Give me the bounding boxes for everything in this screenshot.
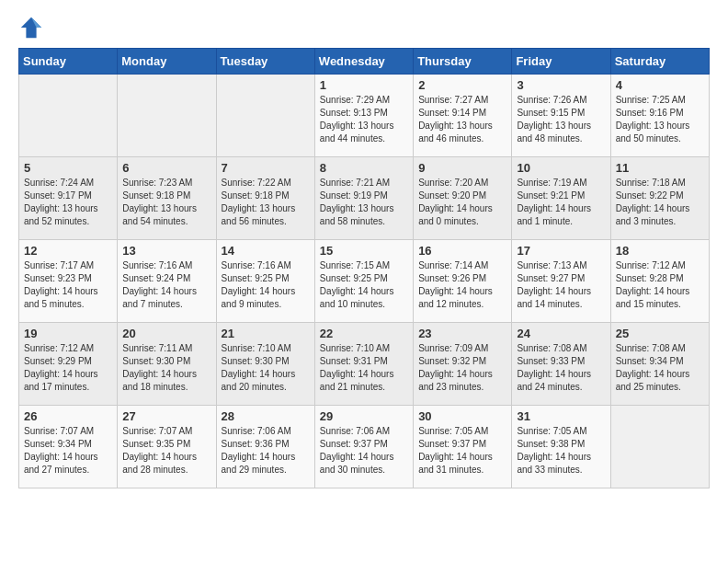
day-number: 7: [222, 161, 310, 175]
day-cell: [216, 75, 314, 157]
day-cell: 25Sunrise: 7:08 AM Sunset: 9:34 PM Dayli…: [610, 323, 709, 406]
day-info: Sunrise: 7:17 AM Sunset: 9:23 PM Dayligh…: [24, 260, 98, 309]
week-row-3: 12Sunrise: 7:17 AM Sunset: 9:23 PM Dayli…: [19, 240, 710, 323]
day-cell: 7Sunrise: 7:22 AM Sunset: 9:18 PM Daylig…: [216, 157, 314, 240]
day-info: Sunrise: 7:20 AM Sunset: 9:20 PM Dayligh…: [418, 178, 493, 226]
day-number: 18: [616, 244, 704, 258]
day-cell: 29Sunrise: 7:06 AM Sunset: 9:37 PM Dayli…: [314, 406, 413, 488]
day-info: Sunrise: 7:18 AM Sunset: 9:22 PM Dayligh…: [616, 178, 690, 226]
day-cell: 14Sunrise: 7:16 AM Sunset: 9:25 PM Dayli…: [216, 240, 314, 323]
column-header-monday: Monday: [118, 49, 216, 75]
day-cell: 1Sunrise: 7:29 AM Sunset: 9:13 PM Daylig…: [314, 75, 413, 157]
day-number: 10: [517, 161, 605, 175]
day-number: 15: [320, 244, 408, 258]
day-cell: 11Sunrise: 7:18 AM Sunset: 9:22 PM Dayli…: [610, 157, 709, 240]
day-info: Sunrise: 7:12 AM Sunset: 9:29 PM Dayligh…: [24, 343, 98, 392]
day-cell: 19Sunrise: 7:12 AM Sunset: 9:29 PM Dayli…: [19, 323, 118, 406]
day-info: Sunrise: 7:22 AM Sunset: 9:18 PM Dayligh…: [222, 178, 296, 226]
column-header-tuesday: Tuesday: [216, 49, 314, 75]
day-number: 29: [320, 409, 408, 423]
day-number: 24: [517, 327, 605, 340]
day-cell: 23Sunrise: 7:09 AM Sunset: 9:32 PM Dayli…: [414, 323, 512, 406]
day-info: Sunrise: 7:05 AM Sunset: 9:38 PM Dayligh…: [517, 426, 591, 475]
day-cell: 30Sunrise: 7:05 AM Sunset: 9:37 PM Dayli…: [414, 406, 512, 488]
day-cell: 15Sunrise: 7:15 AM Sunset: 9:25 PM Dayli…: [314, 240, 413, 323]
day-number: 6: [122, 161, 210, 175]
day-info: Sunrise: 7:24 AM Sunset: 9:17 PM Dayligh…: [24, 178, 98, 226]
day-info: Sunrise: 7:26 AM Sunset: 9:15 PM Dayligh…: [517, 95, 591, 144]
day-number: 31: [517, 409, 605, 423]
day-cell: [610, 406, 709, 488]
day-info: Sunrise: 7:13 AM Sunset: 9:27 PM Dayligh…: [517, 260, 591, 309]
day-number: 23: [418, 327, 506, 340]
day-info: Sunrise: 7:16 AM Sunset: 9:24 PM Dayligh…: [122, 260, 197, 309]
day-number: 2: [418, 78, 506, 92]
day-cell: 3Sunrise: 7:26 AM Sunset: 9:15 PM Daylig…: [512, 75, 610, 157]
day-cell: 8Sunrise: 7:21 AM Sunset: 9:19 PM Daylig…: [314, 157, 413, 240]
day-number: 27: [122, 409, 210, 423]
day-number: 17: [517, 244, 605, 258]
day-info: Sunrise: 7:07 AM Sunset: 9:35 PM Dayligh…: [122, 426, 197, 475]
logo: [18, 15, 48, 40]
day-cell: 6Sunrise: 7:23 AM Sunset: 9:18 PM Daylig…: [118, 157, 216, 240]
day-number: 14: [222, 244, 310, 258]
day-info: Sunrise: 7:06 AM Sunset: 9:36 PM Dayligh…: [222, 426, 296, 475]
day-number: 30: [418, 409, 506, 423]
day-number: 13: [122, 244, 210, 258]
day-number: 21: [222, 327, 310, 340]
day-number: 11: [616, 161, 704, 175]
day-info: Sunrise: 7:25 AM Sunset: 9:16 PM Dayligh…: [616, 95, 690, 144]
day-number: 1: [320, 78, 408, 92]
week-row-1: 1Sunrise: 7:29 AM Sunset: 9:13 PM Daylig…: [19, 75, 710, 157]
day-cell: 16Sunrise: 7:14 AM Sunset: 9:26 PM Dayli…: [414, 240, 512, 323]
day-number: 8: [320, 161, 408, 175]
column-header-sunday: Sunday: [19, 49, 118, 75]
day-cell: 13Sunrise: 7:16 AM Sunset: 9:24 PM Dayli…: [118, 240, 216, 323]
day-info: Sunrise: 7:16 AM Sunset: 9:25 PM Dayligh…: [222, 260, 296, 309]
day-info: Sunrise: 7:08 AM Sunset: 9:33 PM Dayligh…: [517, 343, 591, 392]
week-row-5: 26Sunrise: 7:07 AM Sunset: 9:34 PM Dayli…: [19, 406, 710, 488]
day-cell: [19, 75, 118, 157]
calendar-page: SundayMondayTuesdayWednesdayThursdayFrid…: [0, 0, 728, 503]
week-row-4: 19Sunrise: 7:12 AM Sunset: 9:29 PM Dayli…: [19, 323, 710, 406]
day-number: 19: [24, 327, 112, 340]
day-info: Sunrise: 7:29 AM Sunset: 9:13 PM Dayligh…: [320, 95, 394, 144]
day-number: 5: [24, 161, 112, 175]
day-cell: 5Sunrise: 7:24 AM Sunset: 9:17 PM Daylig…: [19, 157, 118, 240]
day-cell: 26Sunrise: 7:07 AM Sunset: 9:34 PM Dayli…: [19, 406, 118, 488]
day-cell: 31Sunrise: 7:05 AM Sunset: 9:38 PM Dayli…: [512, 406, 610, 488]
column-header-wednesday: Wednesday: [314, 49, 413, 75]
day-cell: 21Sunrise: 7:10 AM Sunset: 9:30 PM Dayli…: [216, 323, 314, 406]
column-header-friday: Friday: [512, 49, 610, 75]
day-number: 22: [320, 327, 408, 340]
day-info: Sunrise: 7:10 AM Sunset: 9:30 PM Dayligh…: [222, 343, 296, 392]
day-info: Sunrise: 7:11 AM Sunset: 9:30 PM Dayligh…: [122, 343, 197, 392]
day-info: Sunrise: 7:15 AM Sunset: 9:25 PM Dayligh…: [320, 260, 394, 309]
logo-icon: [18, 15, 44, 40]
day-info: Sunrise: 7:23 AM Sunset: 9:18 PM Dayligh…: [122, 178, 197, 226]
day-info: Sunrise: 7:14 AM Sunset: 9:26 PM Dayligh…: [418, 260, 493, 309]
day-info: Sunrise: 7:07 AM Sunset: 9:34 PM Dayligh…: [24, 426, 98, 475]
day-info: Sunrise: 7:08 AM Sunset: 9:34 PM Dayligh…: [616, 343, 690, 392]
day-number: 16: [418, 244, 506, 258]
day-cell: 10Sunrise: 7:19 AM Sunset: 9:21 PM Dayli…: [512, 157, 610, 240]
day-cell: 20Sunrise: 7:11 AM Sunset: 9:30 PM Dayli…: [118, 323, 216, 406]
day-cell: 22Sunrise: 7:10 AM Sunset: 9:31 PM Dayli…: [314, 323, 413, 406]
week-row-2: 5Sunrise: 7:24 AM Sunset: 9:17 PM Daylig…: [19, 157, 710, 240]
day-number: 3: [517, 78, 605, 92]
day-info: Sunrise: 7:09 AM Sunset: 9:32 PM Dayligh…: [418, 343, 493, 392]
day-cell: 28Sunrise: 7:06 AM Sunset: 9:36 PM Dayli…: [216, 406, 314, 488]
day-info: Sunrise: 7:19 AM Sunset: 9:21 PM Dayligh…: [517, 178, 591, 226]
day-cell: 12Sunrise: 7:17 AM Sunset: 9:23 PM Dayli…: [19, 240, 118, 323]
day-cell: 18Sunrise: 7:12 AM Sunset: 9:28 PM Dayli…: [610, 240, 709, 323]
day-cell: 9Sunrise: 7:20 AM Sunset: 9:20 PM Daylig…: [414, 157, 512, 240]
day-number: 25: [616, 327, 704, 340]
header-row: SundayMondayTuesdayWednesdayThursdayFrid…: [19, 49, 710, 75]
day-info: Sunrise: 7:06 AM Sunset: 9:37 PM Dayligh…: [320, 426, 394, 475]
day-info: Sunrise: 7:21 AM Sunset: 9:19 PM Dayligh…: [320, 178, 394, 226]
day-number: 12: [24, 244, 112, 258]
calendar-table: SundayMondayTuesdayWednesdayThursdayFrid…: [18, 48, 710, 488]
column-header-saturday: Saturday: [610, 49, 709, 75]
day-cell: 27Sunrise: 7:07 AM Sunset: 9:35 PM Dayli…: [118, 406, 216, 488]
day-number: 9: [418, 161, 506, 175]
